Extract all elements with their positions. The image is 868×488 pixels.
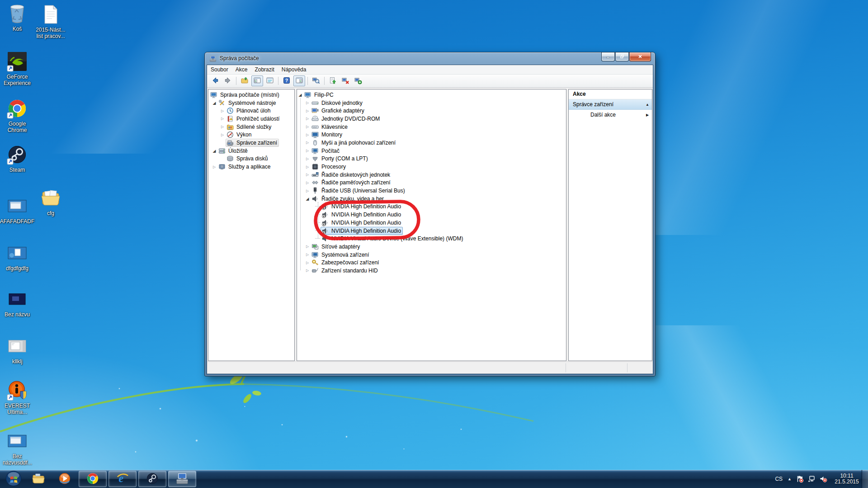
show-hidden-icons-button[interactable]: ▲	[788, 477, 792, 481]
tree-item-systemove-nastroje[interactable]: ◢Systémové nástroje	[208, 99, 294, 107]
scan-hardware-button[interactable]	[310, 75, 322, 86]
menu-napoveda[interactable]: Nápověda	[278, 66, 310, 74]
expander-collapsed-icon[interactable]: ▷	[304, 173, 311, 177]
expander-collapsed-icon[interactable]: ▷	[219, 109, 226, 113]
desktop-icon-doc-2015[interactable]: 2015-Nást... list pracov...	[29, 4, 72, 39]
tree-item-pocitac[interactable]: ▷Počítač	[297, 147, 566, 155]
taskbar-button-computer-management[interactable]	[168, 471, 196, 487]
expander-collapsed-icon[interactable]: ▷	[211, 165, 217, 169]
tree-item-vykon[interactable]: ▷Výkon	[208, 131, 294, 139]
tree-item-radice-disketovych[interactable]: ▷Řadiče disketových jednotek	[297, 171, 566, 179]
taskbar-button-start[interactable]	[3, 471, 24, 487]
properties-button[interactable]	[264, 75, 276, 86]
tree-item-mysi[interactable]: ▷Myši a jiná polohovací zařízení	[297, 139, 566, 147]
taskbar-button-explorer[interactable]	[26, 471, 51, 487]
titlebar[interactable]: Správa počítače	[205, 52, 655, 65]
tree-item-klavesnice[interactable]: ▷Klávesnice	[297, 123, 566, 131]
taskbar-button-media-player[interactable]	[52, 471, 77, 487]
tree-item-zabezpecovaci-zarizeni[interactable]: ▷Zabezpečovací zařízení	[297, 258, 566, 267]
action-pane-button[interactable]	[293, 75, 305, 86]
tree-item-sprava-disku[interactable]: Správa disků	[208, 155, 294, 163]
forward-button[interactable]	[222, 75, 234, 86]
back-button[interactable]	[209, 75, 221, 86]
expander-collapsed-icon[interactable]: ▷	[219, 125, 226, 129]
tree-item-nvidia-hda-1[interactable]: NVIDIA High Definition Audio	[297, 203, 566, 211]
expander-collapsed-icon[interactable]: ▷	[304, 101, 311, 105]
desktop-icon-geforce-experience[interactable]: GeForce Experience	[0, 51, 39, 86]
minimize-button[interactable]	[601, 52, 615, 61]
desktop-icon-everest[interactable]: EVEREST Ultima...	[0, 380, 39, 415]
tree-item-porty[interactable]: ▷Porty (COM a LPT)	[297, 155, 566, 163]
expander-collapsed-icon[interactable]: ▷	[304, 165, 311, 169]
tree-item-sluzby-a-aplikace[interactable]: ▷Služby a aplikace	[208, 163, 294, 171]
tree-item-nvidia-hda-2[interactable]: NVIDIA High Definition Audio	[297, 211, 566, 219]
tree-item-monitory[interactable]: ▷Monitory	[297, 131, 566, 139]
tree-item-graficke-adaptery[interactable]: ▷Grafické adaptéry	[297, 107, 566, 115]
tree-item-filip-pc[interactable]: ◢Filip-PC	[297, 91, 566, 99]
expander-expanded-icon[interactable]: ◢	[297, 93, 303, 97]
expander-collapsed-icon[interactable]: ▷	[304, 133, 311, 137]
action-center-flag-icon[interactable]	[796, 475, 804, 483]
language-indicator[interactable]: CS	[775, 476, 783, 482]
tree-item-planovac-uloh[interactable]: ▷Plánovač úloh	[208, 107, 294, 115]
expander-collapsed-icon[interactable]: ▷	[304, 157, 311, 161]
tree-item-sdilene-slozky[interactable]: ▷Sdílené složky	[208, 123, 294, 131]
help-button[interactable]: ?	[281, 75, 292, 86]
expander-collapsed-icon[interactable]: ▷	[219, 117, 226, 121]
tree-item-uloziste[interactable]: ◢Úložiště	[208, 147, 294, 155]
taskbar-button-internet-explorer[interactable]: e	[108, 471, 137, 487]
expander-collapsed-icon[interactable]: ▷	[304, 141, 311, 145]
tree-item-radice-pametovych[interactable]: ▷Řadiče paměťových zařízení	[297, 179, 566, 187]
tree-item-diskove-jednotky[interactable]: ▷Diskové jednotky	[297, 99, 566, 107]
desktop-icon-bez-nazvu[interactable]: Bez názvu	[0, 288, 39, 318]
tree-item-radice-usb[interactable]: ▷Řadiče USB (Universal Serial Bus)	[297, 187, 566, 195]
desktop-icon-dfgdfgdfg[interactable]: dfgdfgdfg	[0, 242, 39, 272]
network-icon[interactable]	[807, 475, 816, 483]
expander-collapsed-icon[interactable]: ▷	[304, 189, 311, 193]
expander-expanded-icon[interactable]: ◢	[211, 101, 217, 105]
tree-item-systemova-zarizeni[interactable]: ▷Systémová zařízení	[297, 251, 566, 259]
uninstall-device-button[interactable]	[340, 75, 351, 86]
tree-item-spravce-zarizeni[interactable]: Správce zařízení	[208, 139, 294, 147]
console-tree-button[interactable]	[251, 75, 263, 86]
expander-collapsed-icon[interactable]: ▷	[304, 261, 311, 265]
volume-muted-icon[interactable]	[819, 475, 827, 483]
tree-item-sitove-adaptery[interactable]: ▷Síťové adaptéry	[297, 243, 566, 251]
expander-collapsed-icon[interactable]: ▷	[304, 181, 311, 185]
actions-group-device-manager[interactable]: Správce zařízení ▲	[569, 99, 652, 110]
desktop-icon-steam[interactable]: Steam	[0, 144, 39, 173]
expander-collapsed-icon[interactable]: ▷	[304, 149, 311, 153]
tree-item-radice-zvuku[interactable]: ◢Řadiče zvuku, videa a her	[297, 195, 566, 203]
collapse-chevron-icon[interactable]: ▲	[643, 103, 652, 107]
expander-collapsed-icon[interactable]: ▷	[304, 125, 311, 129]
expander-collapsed-icon[interactable]: ▷	[304, 244, 311, 249]
tree-item-sprava-pocitace[interactable]: Správa počítače (místní)	[208, 91, 294, 99]
tree-item-procesory[interactable]: ▷Procesory	[297, 163, 566, 171]
desktop-icon-bez-nazvusddf[interactable]: Bez názvusddf...	[0, 430, 39, 466]
desktop-icon-google-chrome[interactable]: Google Chrome	[0, 98, 39, 133]
taskbar-button-chrome[interactable]	[79, 471, 107, 487]
clock[interactable]: 10:11 21.5.2015	[833, 473, 861, 485]
expander-collapsed-icon[interactable]: ▷	[304, 117, 311, 121]
expander-collapsed-icon[interactable]: ▷	[219, 133, 226, 137]
tree-item-nvidia-hda-4[interactable]: NVIDIA High Definition Audio	[297, 227, 566, 235]
expander-expanded-icon[interactable]: ◢	[304, 197, 311, 201]
actions-item-more-actions[interactable]: Další akce ▶	[569, 110, 652, 120]
menu-soubor[interactable]: Soubor	[207, 66, 232, 74]
taskbar-button-steam[interactable]	[138, 471, 166, 487]
expander-collapsed-icon[interactable]: ▷	[304, 268, 311, 272]
expander-expanded-icon[interactable]: ◢	[211, 149, 217, 153]
export-button[interactable]	[239, 75, 250, 86]
desktop-icon-kllklj[interactable]: kllklj	[0, 335, 39, 365]
menu-zobrazit[interactable]: Zobrazit	[251, 66, 278, 74]
restore-button[interactable]	[615, 52, 629, 61]
close-button[interactable]	[629, 52, 651, 61]
tree-item-nvidia-virtual-audio[interactable]: NVIDIA Virtual Audio Device (Wave Extens…	[297, 235, 566, 243]
add-hardware-button[interactable]	[352, 75, 364, 86]
tree-item-zarizeni-hid[interactable]: ▷Zařízení standardu HID	[297, 267, 566, 275]
tree-item-prohlizec-udalosti[interactable]: ▷Prohlížeč událostí	[208, 115, 294, 123]
tree-item-jednotky-dvd[interactable]: ▷Jednotky DVD/CD-ROM	[297, 115, 566, 123]
expander-collapsed-icon[interactable]: ▷	[304, 109, 311, 113]
menu-akce[interactable]: Akce	[232, 66, 251, 74]
tree-item-nvidia-hda-3[interactable]: NVIDIA High Definition Audio	[297, 219, 566, 227]
